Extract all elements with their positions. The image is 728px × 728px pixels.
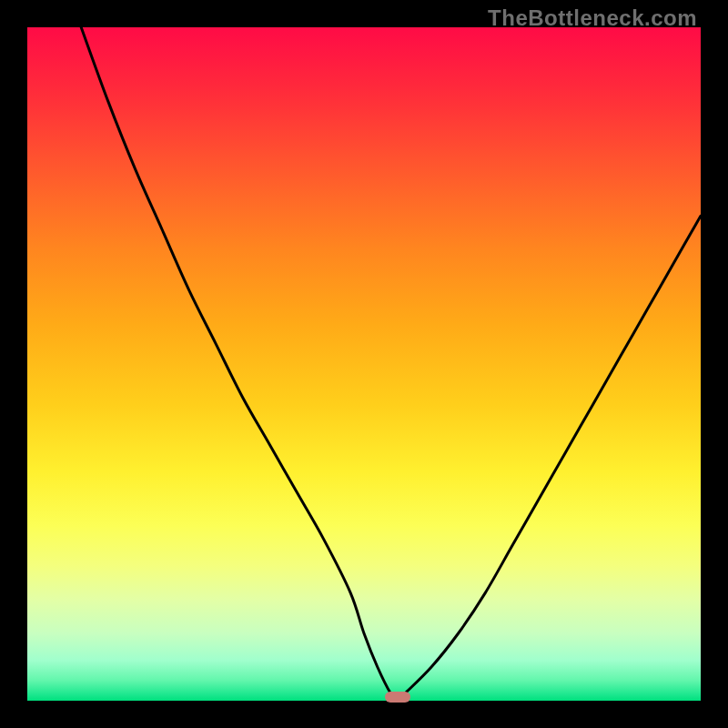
bottleneck-curve — [27, 27, 701, 701]
chart-frame: TheBottleneck.com — [0, 0, 728, 728]
optimal-marker — [385, 692, 410, 703]
plot-area — [27, 27, 701, 701]
